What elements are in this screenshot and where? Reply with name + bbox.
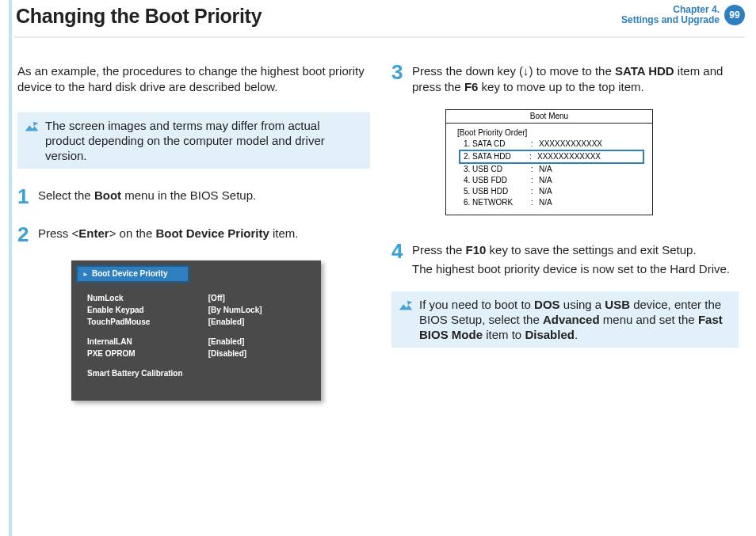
bios-value: [Enabled] (208, 336, 245, 348)
step-text: Press < (38, 226, 78, 240)
note-text: using a (563, 298, 605, 311)
step-text: The highest boot priority device is now … (412, 261, 730, 277)
note-bold: Disabled (525, 328, 575, 341)
boot-row-label: 1. SATA CD (464, 139, 531, 150)
bios-key: Enable Keypad (87, 304, 206, 316)
bios-highlighted-row: Boot Device Priority (76, 265, 189, 283)
bios-panel: Boot Device Priority NumLock [Off] Enabl… (71, 260, 321, 401)
note-bold: Advanced (543, 313, 600, 326)
step-number: 1 (17, 188, 35, 207)
step-text: Press the (412, 243, 466, 257)
boot-row-value: N/A (539, 198, 552, 207)
header-rule (14, 36, 745, 38)
step-bold: Enter (78, 226, 109, 240)
note-bold: USB (605, 298, 630, 311)
step-text: > on the (109, 226, 156, 240)
note-text: menu and set the (603, 313, 698, 326)
boot-row-label: 4. USB FDD (464, 175, 531, 186)
chapter-sublabel: Settings and Upgrade (621, 15, 720, 25)
boot-row-value: XXXXXXXXXXXX (539, 139, 602, 148)
step-bold: Boot (94, 188, 121, 202)
step-bold: SATA HDD (615, 64, 674, 78)
note-box-1: The screen images and terms may differ f… (17, 112, 370, 169)
step-text: Press the down key (↓) to move to the (412, 64, 615, 78)
bios-key: Smart Battery Calibration (87, 367, 206, 379)
note-icon (23, 119, 40, 136)
boot-row-label: 2. SATA HDD (464, 151, 529, 162)
bios-key: InternalLAN (87, 336, 206, 348)
step-text: Select the (38, 188, 94, 202)
step-number: 4 (391, 242, 409, 280)
boot-row-label: 3. USB CD (464, 164, 531, 175)
step-text: key to save the settings and exit Setup. (490, 243, 697, 257)
bios-key: PXE OPROM (87, 348, 206, 359)
step-bold: Boot Device Priority (155, 226, 269, 240)
boot-row-value: N/A (539, 176, 552, 184)
page-accent-rule (9, 0, 12, 536)
note-text: item to (486, 328, 525, 341)
step-text: key to move up to the top item. (482, 80, 644, 93)
boot-row-value: XXXXXXXXXXXX (537, 152, 601, 161)
boot-row-label: 6. NETWORK (464, 197, 531, 208)
page-header: Changing the Boot Priority Chapter 4. Se… (16, 5, 745, 36)
bios-value: [Disabled] (208, 348, 246, 359)
intro-text: As an example, the procedures to change … (17, 63, 370, 95)
bios-key: NumLock (87, 292, 206, 304)
step-4: 4 Press the F10 key to save the settings… (391, 242, 739, 280)
bios-value: [Off] (208, 292, 225, 304)
note-text: If you need to boot to (419, 298, 534, 311)
boot-row-value: N/A (539, 187, 552, 196)
step-3: 3 Press the down key (↓) to move to the … (391, 63, 739, 98)
step-1: 1 Select the Boot menu in the BIOS Setup… (17, 188, 370, 207)
step-2: 2 Press <Enter> on the Boot Device Prior… (17, 226, 370, 245)
boot-menu-diagram: Boot Menu [Boot Priority Order] 1. SATA … (445, 109, 653, 215)
bios-key: TouchPadMouse (87, 316, 206, 328)
note-text: The screen images and terms may differ f… (45, 119, 325, 162)
note-bold: DOS (534, 298, 560, 311)
boot-row-value: N/A (539, 165, 552, 173)
boot-row-highlight: 2. SATA HDD:XXXXXXXXXXXX (459, 150, 644, 164)
note-icon (397, 298, 414, 315)
step-number: 2 (17, 226, 35, 245)
page-number-badge: 99 (724, 5, 745, 25)
step-bold: F6 (464, 80, 479, 93)
bios-value: [By NumLock] (208, 304, 262, 316)
step-text: menu in the BIOS Setup. (124, 188, 256, 202)
step-text: item. (273, 226, 299, 240)
bios-value: [Enabled] (208, 316, 245, 328)
step-bold: F10 (466, 243, 487, 257)
note-box-2: If you need to boot to DOS using a USB d… (391, 291, 739, 348)
boot-row-label: 5. USB HDD (464, 186, 531, 197)
note-text: . (575, 328, 578, 341)
boot-menu-title: Boot Menu (446, 110, 652, 124)
step-number: 3 (391, 63, 409, 98)
boot-menu-subtitle: [Boot Priority Order] (452, 128, 646, 137)
chapter-block: Chapter 4. Settings and Upgrade 99 (621, 5, 745, 25)
